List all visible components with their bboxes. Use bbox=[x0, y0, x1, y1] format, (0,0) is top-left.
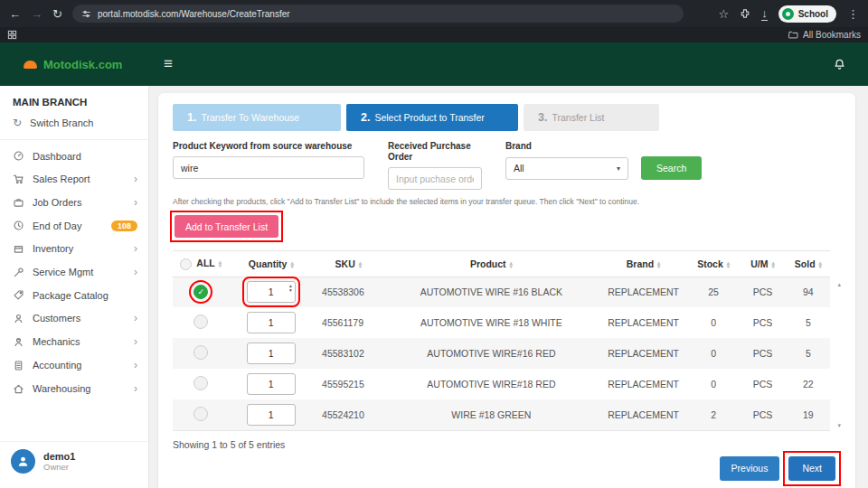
scroll-down-icon[interactable]: ▾ bbox=[837, 422, 841, 429]
sort-desc-icon: ▾ bbox=[771, 265, 774, 269]
select-all-checkbox[interactable] bbox=[180, 258, 192, 270]
chevron-down-icon: ▾ bbox=[617, 164, 620, 173]
sidebar-item-customers[interactable]: Customers › bbox=[0, 306, 148, 330]
brand-logo[interactable]: Motodisk.com bbox=[0, 58, 149, 71]
previous-button[interactable]: Previous bbox=[720, 456, 780, 481]
chevron-right-icon: › bbox=[134, 173, 137, 185]
step-tab-select-product[interactable]: 2. Select Product to Transfer bbox=[346, 104, 518, 131]
header-um[interactable]: U/M▴▾ bbox=[739, 251, 786, 277]
reload-icon[interactable]: ↻ bbox=[52, 7, 62, 21]
sort-desc-icon: ▾ bbox=[290, 265, 293, 269]
browser-menu-icon[interactable]: ⋮ bbox=[847, 7, 859, 21]
header-quantity[interactable]: Quantity▴▾ bbox=[229, 251, 313, 277]
sidebar-item-inventory[interactable]: Inventory › bbox=[0, 237, 148, 260]
quantity-input[interactable]: 1 bbox=[247, 373, 296, 395]
search-button[interactable]: Search bbox=[641, 156, 702, 180]
quantity-input[interactable]: 1 bbox=[247, 404, 296, 426]
row-checkbox[interactable] bbox=[193, 345, 208, 360]
header-stock[interactable]: Stock▴▾ bbox=[688, 251, 739, 277]
mechanic-icon bbox=[13, 336, 24, 348]
step-tab-transfer-list[interactable]: 3. Transfer List bbox=[524, 104, 659, 131]
sold-cell: 94 bbox=[787, 277, 830, 307]
quantity-input[interactable]: 1▴▾ bbox=[247, 281, 296, 303]
stock-cell: 0 bbox=[688, 338, 739, 369]
add-to-transfer-annotation: Add to Transfer List bbox=[175, 215, 278, 238]
header-sku[interactable]: SKU▴▾ bbox=[313, 251, 384, 277]
row-checkbox[interactable] bbox=[193, 407, 208, 421]
sku-cell: 45538306 bbox=[313, 277, 384, 307]
table-row: 1 45583102 AUTOMOTIVE WIRE#16 RED REPLAC… bbox=[173, 338, 830, 369]
next-annotation: Next bbox=[788, 456, 835, 481]
um-cell: PCS bbox=[739, 277, 786, 307]
sold-cell: 19 bbox=[787, 399, 830, 430]
back-icon[interactable]: ← bbox=[9, 7, 21, 21]
purchase-order-input[interactable] bbox=[388, 167, 482, 190]
next-button[interactable]: Next bbox=[788, 456, 835, 481]
address-bar[interactable]: portal.motodisk.com/Warehouse/CreateTran… bbox=[72, 5, 684, 23]
sort-desc-icon: ▾ bbox=[359, 265, 362, 269]
sold-cell: 5 bbox=[787, 338, 830, 369]
stock-cell: 0 bbox=[688, 369, 739, 399]
sidebar-item-service-mgmt[interactable]: Service Mgmt › bbox=[0, 260, 148, 284]
warehouse-icon bbox=[13, 383, 24, 395]
pagination: Previous Next bbox=[173, 456, 841, 481]
wrench-icon bbox=[13, 267, 24, 278]
user-role: Owner bbox=[43, 462, 75, 472]
calculator-icon bbox=[13, 360, 24, 371]
switch-branch-button[interactable]: ↻ Switch Branch bbox=[0, 111, 148, 135]
refresh-icon: ↻ bbox=[13, 117, 22, 129]
sidebar-item-sales-report[interactable]: Sales Report › bbox=[0, 167, 148, 191]
briefcase-icon bbox=[13, 197, 24, 209]
step-tab-transfer-to-warehouse[interactable]: 1. Transfer To Warehouse bbox=[173, 104, 341, 131]
um-cell: PCS bbox=[739, 369, 786, 399]
row-checkbox[interactable] bbox=[193, 376, 208, 390]
row-checkbox-checked[interactable]: ✓ bbox=[193, 285, 208, 299]
header-product[interactable]: Product▴▾ bbox=[384, 251, 599, 277]
user-profile[interactable]: demo1 Owner bbox=[0, 441, 148, 481]
sold-cell: 22 bbox=[787, 369, 830, 399]
notifications-bell-icon[interactable] bbox=[833, 58, 846, 71]
scroll-up-icon[interactable]: ▴ bbox=[837, 281, 841, 288]
wizard-steps: 1. Transfer To Warehouse 2. Select Produ… bbox=[173, 104, 841, 131]
download-icon[interactable]: ↓ bbox=[761, 9, 768, 18]
user-name: demo1 bbox=[43, 451, 75, 462]
forward-icon[interactable]: → bbox=[31, 7, 42, 21]
products-table: ALL▴▾ Quantity▴▾ SKU▴▾ Product▴▾ Brand▴▾… bbox=[173, 250, 841, 431]
sold-cell: 5 bbox=[787, 307, 830, 338]
all-bookmarks-button[interactable]: All Bookmarks bbox=[788, 30, 861, 40]
bookmarks-bar: All Bookmarks bbox=[0, 27, 868, 42]
sidebar-toggle-icon[interactable]: ≡ bbox=[164, 55, 173, 73]
tab-groups-icon[interactable] bbox=[7, 30, 17, 40]
keyword-input[interactable] bbox=[173, 156, 364, 179]
sidebar-item-dashboard[interactable]: Dashboard bbox=[0, 145, 148, 167]
sidebar-item-job-orders[interactable]: Job Orders › bbox=[0, 191, 148, 214]
quantity-input[interactable]: 1 bbox=[247, 312, 296, 333]
header-sold[interactable]: Sold▴▾ bbox=[787, 251, 830, 277]
brand-select[interactable]: All ▾ bbox=[505, 157, 628, 180]
header-all[interactable]: ALL▴▾ bbox=[173, 251, 229, 277]
extensions-icon[interactable] bbox=[740, 8, 750, 19]
clock-icon bbox=[13, 220, 24, 231]
box-icon bbox=[13, 243, 24, 255]
sidebar-item-package-catalog[interactable]: Package Catalog bbox=[0, 284, 148, 306]
chevron-right-icon: › bbox=[134, 359, 137, 371]
quantity-input[interactable]: 1 bbox=[247, 343, 296, 364]
profile-school-icon bbox=[782, 8, 794, 20]
table-header-row: ALL▴▾ Quantity▴▾ SKU▴▾ Product▴▾ Brand▴▾… bbox=[173, 251, 830, 277]
sidebar-item-warehousing[interactable]: Warehousing › bbox=[0, 377, 148, 400]
profile-chip[interactable]: School bbox=[778, 5, 836, 23]
brand-cell: REPLACEMENT bbox=[599, 307, 688, 338]
chevron-right-icon: › bbox=[134, 242, 137, 255]
sidebar-item-end-of-day[interactable]: End of Day 108 bbox=[0, 214, 148, 237]
number-spinner-icon[interactable]: ▴▾ bbox=[289, 284, 292, 292]
table-row: ✓ 1▴▾ 45538306 AUTOMOTIVE WIRE #16 BLACK… bbox=[173, 277, 830, 307]
sidebar-item-accounting[interactable]: Accounting › bbox=[0, 353, 148, 377]
header-brand[interactable]: Brand▴▾ bbox=[599, 251, 688, 277]
end-of-day-badge: 108 bbox=[111, 221, 137, 231]
row-checkbox[interactable] bbox=[193, 314, 208, 329]
sidebar-item-mechanics[interactable]: Mechanics › bbox=[0, 330, 148, 353]
add-to-transfer-list-button[interactable]: Add to Transfer List bbox=[175, 215, 278, 238]
bookmark-star-icon[interactable]: ☆ bbox=[719, 7, 730, 21]
sort-desc-icon: ▾ bbox=[819, 265, 822, 269]
brand-cell: REPLACEMENT bbox=[599, 369, 688, 399]
